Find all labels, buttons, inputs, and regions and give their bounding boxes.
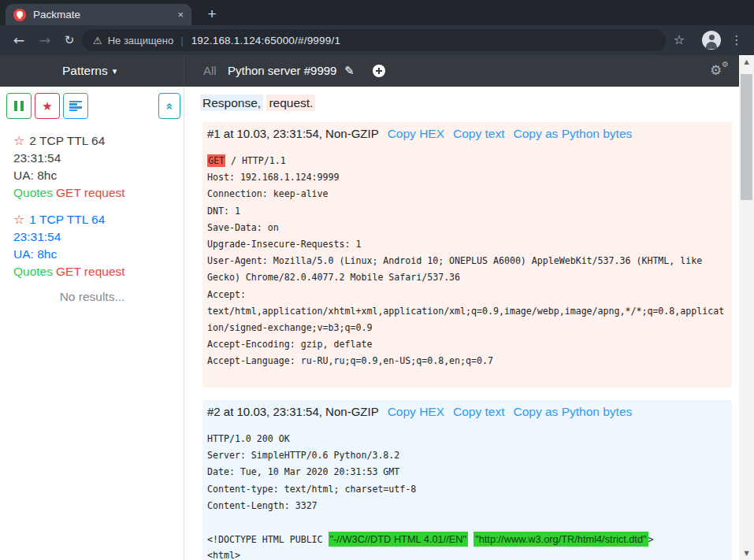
payload-line: <html> xyxy=(207,547,654,560)
payload-line: Connection: keep-alive xyxy=(207,186,724,202)
payload-line: Host: 192.168.1.124:9999 xyxy=(207,169,724,186)
copy-hex-link[interactable]: Copy HEX xyxy=(388,405,444,418)
copy-text-link[interactable]: Copy text xyxy=(453,127,504,140)
doctype-line: <!DOCTYPE HTML PUBLIC "-//W3C//DTD HTML … xyxy=(207,531,654,547)
packet-view: Response, request. #1 at 10.03, 23:31:54… xyxy=(184,87,739,560)
payload-line: Server: SimpleHTTP/0.6 Python/3.8.2 xyxy=(207,447,654,464)
payload-line: Accept-Language: ru-RU,ru;q=0.9,en-US;q=… xyxy=(207,353,724,369)
add-pattern-icon[interactable] xyxy=(373,65,385,77)
pause-icon xyxy=(14,101,24,111)
filter-summary: Response, request. xyxy=(200,96,315,110)
tab-all[interactable]: All xyxy=(203,55,217,87)
result-title: 1 TCP TTL 64 xyxy=(29,213,105,226)
edit-pattern-icon[interactable]: ✎ xyxy=(344,55,355,87)
result-time: 23:31:54 xyxy=(13,228,125,246)
close-tab-icon[interactable]: × xyxy=(177,9,184,20)
no-results-label: No results... xyxy=(0,290,184,304)
tab-title: Packmate xyxy=(33,9,177,20)
url-divider: | xyxy=(180,35,183,46)
capture-result-item[interactable]: ☆2 TCP TTL 64 23:31:54 UA: 8hc QuotesGET… xyxy=(13,132,125,202)
copy-python-bytes-link[interactable]: Copy as Python bytes xyxy=(514,405,633,418)
chevron-down-icon: ▾ xyxy=(113,66,117,76)
url-bar[interactable]: ⚠ Не защищено | 192.168.1.124:65000/#/99… xyxy=(82,29,666,51)
packet-card-request: #1 at 10.03, 23:31:54, Non-GZIPCopy HEXC… xyxy=(202,122,732,388)
payload-line: Save-Data: on xyxy=(207,220,724,236)
star-outline-icon[interactable]: ☆ xyxy=(13,133,24,148)
payload-line: DNT: 1 xyxy=(207,203,724,220)
align-left-icon xyxy=(69,101,82,112)
payload-line: Accept: xyxy=(207,287,724,303)
packet-card-response: #2 at 10.03, 23:31:54, Non-GZIPCopy HEXC… xyxy=(202,400,732,560)
payload-line: Accept-Encoding: gzip, deflate xyxy=(207,336,724,353)
security-label[interactable]: Не защищено xyxy=(108,35,174,46)
payload-line: ion/signed-exchange;v=b3;q=0.9 xyxy=(207,320,724,336)
tag-get-request: GET request xyxy=(56,265,125,278)
favorites-filter-button[interactable]: ★ xyxy=(35,93,60,119)
profile-avatar[interactable] xyxy=(702,31,721,50)
new-tab-button[interactable]: + xyxy=(202,4,222,24)
browser-menu-icon[interactable]: ⋮ xyxy=(730,32,743,49)
payload-line: Upgrade-Insecure-Requests: 1 xyxy=(207,236,724,253)
tag-get-request: GET request xyxy=(56,186,125,199)
scroll-to-top-button[interactable]: « xyxy=(158,93,180,119)
payload-line: text/html,application/xhtml+xml,applicat… xyxy=(207,303,724,320)
response-payload: HTTP/1.0 200 OK Server: SimpleHTTP/0.6 P… xyxy=(207,431,654,560)
packmate-favicon-icon xyxy=(13,9,26,21)
result-ua: UA: 8hc xyxy=(13,246,125,263)
browser-titlebar: Packmate × + xyxy=(0,0,754,25)
capture-result-item-selected[interactable]: ☆1 TCP TTL 64 23:31:54 UA: 8hc QuotesGET… xyxy=(13,211,125,280)
result-title: 2 TCP TTL 64 xyxy=(29,134,105,147)
payload-line: Date: Tue, 10 Mar 2020 20:31:53 GMT xyxy=(207,464,654,480)
payload-line: Content-Length: 3327 xyxy=(207,498,654,514)
payload-line: User-Agent: Mozilla/5.0 (Linux; Android … xyxy=(207,253,724,269)
reload-icon[interactable]: ↻ xyxy=(60,31,79,50)
browser-tab[interactable]: Packmate × xyxy=(6,4,191,25)
back-icon[interactable]: ← xyxy=(9,31,28,50)
results-sidebar: ★ « ☆2 TCP TTL 64 23:31:54 UA: 8hc Quote… xyxy=(0,87,184,560)
payload-line: HTTP/1.0 200 OK xyxy=(207,431,654,447)
tab-python-server[interactable]: Python server #9999 xyxy=(228,55,336,87)
request-payload: GET / HTTP/1.1 Host: 192.168.1.124:9999 … xyxy=(207,153,724,369)
browser-toolbar: ← → ↻ ⚠ Не защищено | 192.168.1.124:6500… xyxy=(0,25,754,55)
copy-python-bytes-link[interactable]: Copy as Python bytes xyxy=(514,127,633,140)
response-filter-chip: Response, xyxy=(200,95,263,111)
quoted-string-highlight: "-//W3C//DTD HTML 4.01//EN" xyxy=(329,532,469,547)
navbar-divider xyxy=(184,55,184,87)
star-icon: ★ xyxy=(42,99,52,113)
tag-quotes: Quotes xyxy=(13,265,53,278)
quoted-string-highlight: "http://www.w3.org/TR/html4/strict.dtd" xyxy=(474,532,648,547)
not-secure-warning-icon: ⚠ xyxy=(93,35,102,46)
result-ua: UA: 8hc xyxy=(13,167,125,184)
packet-header: #1 at 10.03, 23:31:54, Non-GZIP xyxy=(207,127,379,140)
patterns-menu[interactable]: Patterns▾ xyxy=(62,55,117,87)
forward-icon[interactable]: → xyxy=(35,31,54,50)
copy-hex-link[interactable]: Copy HEX xyxy=(388,127,444,140)
payload-line: Content-type: text/html; charset=utf-8 xyxy=(207,481,654,498)
request-filter-chip: request. xyxy=(266,95,315,111)
scrollbar-thumb[interactable] xyxy=(741,74,752,200)
star-outline-icon[interactable]: ☆ xyxy=(13,212,24,227)
settings-gears-icon[interactable]: ⚙ ⚙ xyxy=(710,61,732,81)
copy-text-link[interactable]: Copy text xyxy=(453,405,504,418)
http-method-highlight: GET xyxy=(207,154,225,167)
tag-quotes: Quotes xyxy=(13,186,53,199)
packet-header: #2 at 10.03, 23:31:54, Non-GZIP xyxy=(207,405,379,418)
scrollbar-up-arrow[interactable]: ▲ xyxy=(739,57,754,68)
filter-options-button[interactable] xyxy=(63,93,88,119)
double-chevron-up-icon: « xyxy=(162,102,176,110)
result-time: 23:31:54 xyxy=(13,150,125,167)
pause-capture-button[interactable] xyxy=(6,93,32,119)
app-navbar: Patterns▾ All Python server #9999 ✎ ⚙ ⚙ xyxy=(0,55,739,87)
payload-line: Gecko) Chrome/82.0.4077.2 Mobile Safari/… xyxy=(207,269,724,286)
bookmark-star-icon[interactable]: ☆ xyxy=(670,32,688,49)
url-text[interactable]: 192.168.1.124:65000/#/9999/1 xyxy=(191,35,341,46)
payload-line xyxy=(207,514,654,531)
scrollbar-down-arrow[interactable]: ▼ xyxy=(739,548,754,559)
